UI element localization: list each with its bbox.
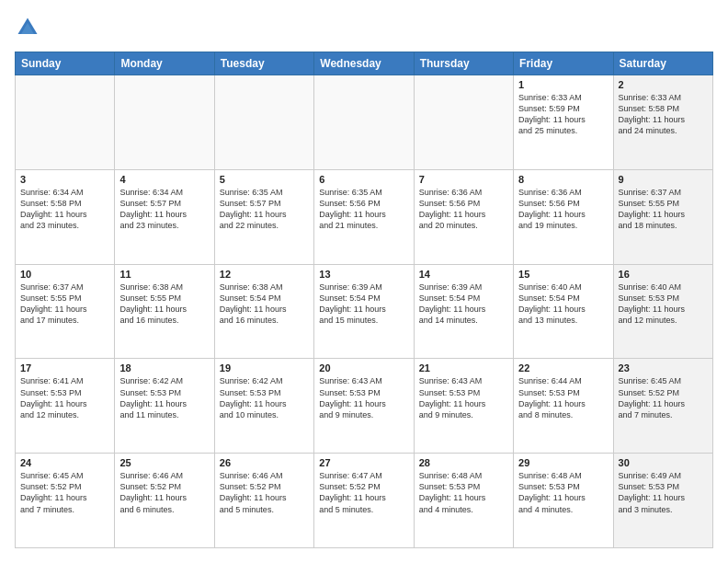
day-number: 5 (220, 174, 309, 185)
calendar-cell: 24Sunrise: 6:45 AM Sunset: 5:52 PM Dayli… (16, 454, 115, 548)
day-number: 1 (518, 79, 608, 90)
calendar-cell: 16Sunrise: 6:40 AM Sunset: 5:53 PM Dayli… (613, 264, 712, 359)
weekday-header-monday: Monday (115, 52, 214, 75)
calendar-cell: 28Sunrise: 6:48 AM Sunset: 5:53 PM Dayli… (414, 454, 513, 548)
calendar-cell: 25Sunrise: 6:46 AM Sunset: 5:52 PM Dayli… (115, 454, 214, 548)
day-number: 14 (419, 269, 508, 280)
calendar-cell: 18Sunrise: 6:42 AM Sunset: 5:53 PM Dayli… (115, 359, 214, 454)
day-info: Sunrise: 6:44 AM Sunset: 5:53 PM Dayligh… (518, 375, 608, 420)
week-row-0: 1Sunrise: 6:33 AM Sunset: 5:59 PM Daylig… (16, 75, 713, 170)
calendar-cell: 1Sunrise: 6:33 AM Sunset: 5:59 PM Daylig… (514, 75, 613, 170)
day-info: Sunrise: 6:36 AM Sunset: 5:56 PM Dayligh… (518, 187, 608, 232)
day-info: Sunrise: 6:33 AM Sunset: 5:58 PM Dayligh… (619, 92, 708, 137)
day-number: 4 (119, 174, 209, 185)
calendar-cell: 14Sunrise: 6:39 AM Sunset: 5:54 PM Dayli… (414, 264, 513, 359)
day-info: Sunrise: 6:48 AM Sunset: 5:53 PM Dayligh… (518, 470, 608, 515)
weekday-header-row: SundayMondayTuesdayWednesdayThursdayFrid… (16, 52, 713, 75)
day-number: 27 (319, 457, 408, 468)
day-number: 2 (619, 79, 708, 90)
day-info: Sunrise: 6:33 AM Sunset: 5:59 PM Dayligh… (518, 92, 608, 137)
day-number: 20 (319, 362, 408, 373)
day-number: 10 (20, 269, 109, 280)
calendar-cell (414, 75, 513, 170)
week-row-2: 10Sunrise: 6:37 AM Sunset: 5:55 PM Dayli… (16, 264, 713, 359)
day-number: 26 (220, 457, 309, 468)
day-number: 30 (619, 457, 708, 468)
day-info: Sunrise: 6:42 AM Sunset: 5:53 PM Dayligh… (220, 375, 309, 420)
calendar-cell: 15Sunrise: 6:40 AM Sunset: 5:54 PM Dayli… (514, 264, 613, 359)
calendar-cell: 6Sunrise: 6:35 AM Sunset: 5:56 PM Daylig… (314, 169, 414, 264)
day-info: Sunrise: 6:45 AM Sunset: 5:52 PM Dayligh… (619, 375, 708, 420)
day-number: 29 (518, 457, 608, 468)
week-row-4: 24Sunrise: 6:45 AM Sunset: 5:52 PM Dayli… (16, 454, 713, 548)
day-info: Sunrise: 6:45 AM Sunset: 5:52 PM Dayligh… (20, 470, 109, 515)
weekday-header-friday: Friday (514, 52, 613, 75)
day-info: Sunrise: 6:49 AM Sunset: 5:53 PM Dayligh… (619, 470, 708, 515)
day-info: Sunrise: 6:46 AM Sunset: 5:52 PM Dayligh… (220, 470, 309, 515)
day-info: Sunrise: 6:34 AM Sunset: 5:57 PM Dayligh… (119, 187, 209, 232)
day-info: Sunrise: 6:41 AM Sunset: 5:53 PM Dayligh… (20, 375, 109, 420)
calendar-cell: 26Sunrise: 6:46 AM Sunset: 5:52 PM Dayli… (214, 454, 313, 548)
day-number: 9 (619, 174, 708, 185)
calendar-table: SundayMondayTuesdayWednesdayThursdayFrid… (15, 52, 713, 548)
day-number: 28 (419, 457, 508, 468)
day-number: 23 (619, 362, 708, 373)
calendar-cell: 21Sunrise: 6:43 AM Sunset: 5:53 PM Dayli… (414, 359, 513, 454)
calendar-cell: 19Sunrise: 6:42 AM Sunset: 5:53 PM Dayli… (214, 359, 313, 454)
day-info: Sunrise: 6:39 AM Sunset: 5:54 PM Dayligh… (419, 282, 508, 327)
day-number: 16 (619, 269, 708, 280)
logo-icon (15, 15, 40, 40)
calendar-cell: 30Sunrise: 6:49 AM Sunset: 5:53 PM Dayli… (613, 454, 712, 548)
day-number: 15 (518, 269, 608, 280)
day-number: 11 (119, 269, 209, 280)
day-info: Sunrise: 6:43 AM Sunset: 5:53 PM Dayligh… (319, 375, 408, 420)
calendar-cell: 10Sunrise: 6:37 AM Sunset: 5:55 PM Dayli… (16, 264, 115, 359)
day-info: Sunrise: 6:34 AM Sunset: 5:58 PM Dayligh… (20, 187, 109, 232)
calendar-cell: 23Sunrise: 6:45 AM Sunset: 5:52 PM Dayli… (613, 359, 712, 454)
calendar-cell: 12Sunrise: 6:38 AM Sunset: 5:54 PM Dayli… (214, 264, 313, 359)
calendar-cell: 13Sunrise: 6:39 AM Sunset: 5:54 PM Dayli… (314, 264, 414, 359)
day-number: 12 (220, 269, 309, 280)
calendar-cell (115, 75, 214, 170)
week-row-1: 3Sunrise: 6:34 AM Sunset: 5:58 PM Daylig… (16, 169, 713, 264)
calendar-cell: 29Sunrise: 6:48 AM Sunset: 5:53 PM Dayli… (514, 454, 613, 548)
weekday-header-saturday: Saturday (613, 52, 712, 75)
day-number: 22 (518, 362, 608, 373)
day-info: Sunrise: 6:46 AM Sunset: 5:52 PM Dayligh… (119, 470, 209, 515)
day-number: 7 (419, 174, 508, 185)
day-info: Sunrise: 6:37 AM Sunset: 5:55 PM Dayligh… (20, 282, 109, 327)
day-info: Sunrise: 6:38 AM Sunset: 5:54 PM Dayligh… (220, 282, 309, 327)
day-number: 24 (20, 457, 109, 468)
day-number: 25 (119, 457, 209, 468)
logo (15, 15, 44, 40)
calendar-cell: 22Sunrise: 6:44 AM Sunset: 5:53 PM Dayli… (514, 359, 613, 454)
day-number: 3 (20, 174, 109, 185)
day-info: Sunrise: 6:40 AM Sunset: 5:53 PM Dayligh… (619, 282, 708, 327)
calendar-cell: 27Sunrise: 6:47 AM Sunset: 5:52 PM Dayli… (314, 454, 414, 548)
day-info: Sunrise: 6:39 AM Sunset: 5:54 PM Dayligh… (319, 282, 408, 327)
day-info: Sunrise: 6:35 AM Sunset: 5:57 PM Dayligh… (220, 187, 309, 232)
calendar-cell (314, 75, 414, 170)
week-row-3: 17Sunrise: 6:41 AM Sunset: 5:53 PM Dayli… (16, 359, 713, 454)
calendar-cell: 5Sunrise: 6:35 AM Sunset: 5:57 PM Daylig… (214, 169, 313, 264)
calendar-cell: 17Sunrise: 6:41 AM Sunset: 5:53 PM Dayli… (16, 359, 115, 454)
calendar-cell: 4Sunrise: 6:34 AM Sunset: 5:57 PM Daylig… (115, 169, 214, 264)
day-info: Sunrise: 6:36 AM Sunset: 5:56 PM Dayligh… (419, 187, 508, 232)
day-info: Sunrise: 6:42 AM Sunset: 5:53 PM Dayligh… (119, 375, 209, 420)
calendar-cell (214, 75, 313, 170)
calendar-cell (16, 75, 115, 170)
day-number: 19 (220, 362, 309, 373)
day-number: 18 (119, 362, 209, 373)
calendar-cell: 8Sunrise: 6:36 AM Sunset: 5:56 PM Daylig… (514, 169, 613, 264)
day-info: Sunrise: 6:38 AM Sunset: 5:55 PM Dayligh… (119, 282, 209, 327)
weekday-header-sunday: Sunday (16, 52, 115, 75)
weekday-header-thursday: Thursday (414, 52, 513, 75)
day-info: Sunrise: 6:43 AM Sunset: 5:53 PM Dayligh… (419, 375, 508, 420)
day-number: 13 (319, 269, 408, 280)
day-number: 6 (319, 174, 408, 185)
calendar-cell: 9Sunrise: 6:37 AM Sunset: 5:55 PM Daylig… (613, 169, 712, 264)
page: SundayMondayTuesdayWednesdayThursdayFrid… (0, 0, 728, 563)
calendar-cell: 2Sunrise: 6:33 AM Sunset: 5:58 PM Daylig… (613, 75, 712, 170)
calendar-cell: 3Sunrise: 6:34 AM Sunset: 5:58 PM Daylig… (16, 169, 115, 264)
day-info: Sunrise: 6:37 AM Sunset: 5:55 PM Dayligh… (619, 187, 708, 232)
